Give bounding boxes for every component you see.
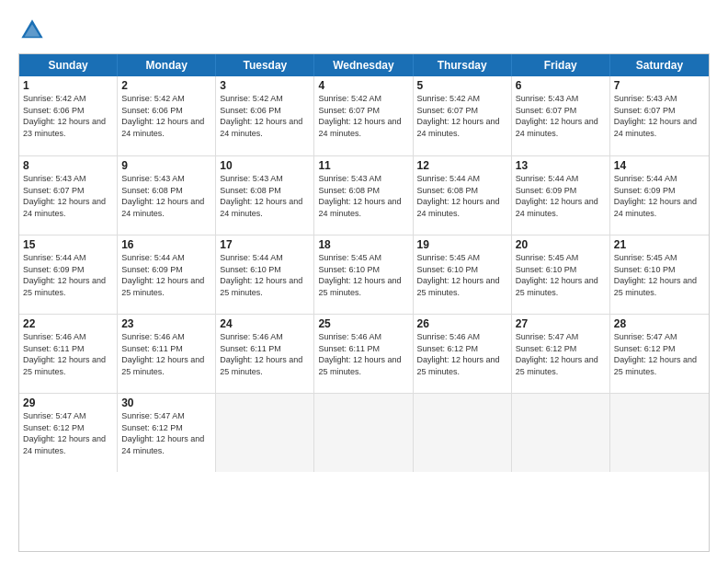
day-number: 12	[417, 159, 507, 172]
day-number: 3	[220, 79, 310, 92]
day-info: Sunrise: 5:45 AMSunset: 6:10 PMDaylight:…	[516, 252, 606, 298]
day-cell-5: 5Sunrise: 5:42 AMSunset: 6:07 PMDaylight…	[414, 76, 512, 155]
day-number: 1	[23, 79, 113, 92]
day-cell-27: 27Sunrise: 5:47 AMSunset: 6:12 PMDayligh…	[512, 315, 610, 393]
day-number: 22	[23, 317, 113, 330]
day-number: 25	[318, 317, 408, 330]
day-number: 13	[516, 159, 606, 172]
page: SundayMondayTuesdayWednesdayThursdayFrid…	[0, 0, 728, 563]
calendar-row-2: 15Sunrise: 5:44 AMSunset: 6:09 PMDayligh…	[19, 235, 709, 314]
calendar-row-1: 8Sunrise: 5:43 AMSunset: 6:07 PMDaylight…	[19, 155, 709, 235]
day-info: Sunrise: 5:42 AMSunset: 6:07 PMDaylight:…	[417, 93, 507, 139]
day-info: Sunrise: 5:45 AMSunset: 6:10 PMDaylight:…	[417, 252, 507, 298]
day-cell-30: 30Sunrise: 5:47 AMSunset: 6:12 PMDayligh…	[118, 394, 216, 472]
header-day-monday: Monday	[118, 54, 216, 76]
day-cell-26: 26Sunrise: 5:46 AMSunset: 6:12 PMDayligh…	[414, 315, 512, 393]
day-number: 23	[121, 317, 211, 330]
header-day-saturday: Saturday	[610, 54, 709, 76]
day-number: 9	[121, 159, 211, 172]
day-number: 8	[23, 159, 113, 172]
day-cell-28: 28Sunrise: 5:47 AMSunset: 6:12 PMDayligh…	[610, 315, 709, 393]
day-info: Sunrise: 5:45 AMSunset: 6:10 PMDaylight:…	[614, 252, 705, 298]
header-day-sunday: Sunday	[19, 54, 118, 76]
day-info: Sunrise: 5:43 AMSunset: 6:07 PMDaylight:…	[23, 173, 113, 219]
calendar-row-4: 29Sunrise: 5:47 AMSunset: 6:12 PMDayligh…	[19, 393, 709, 472]
header-day-tuesday: Tuesday	[216, 54, 314, 76]
day-info: Sunrise: 5:43 AMSunset: 6:07 PMDaylight:…	[614, 93, 705, 139]
day-number: 11	[318, 159, 408, 172]
day-cell-13: 13Sunrise: 5:44 AMSunset: 6:09 PMDayligh…	[512, 156, 610, 235]
calendar-body: 1Sunrise: 5:42 AMSunset: 6:06 PMDaylight…	[19, 76, 709, 551]
logo-icon	[18, 17, 46, 44]
day-info: Sunrise: 5:43 AMSunset: 6:08 PMDaylight:…	[220, 173, 310, 219]
calendar-row-0: 1Sunrise: 5:42 AMSunset: 6:06 PMDaylight…	[19, 76, 709, 155]
day-number: 7	[614, 79, 705, 92]
calendar-row-3: 22Sunrise: 5:46 AMSunset: 6:11 PMDayligh…	[19, 314, 709, 393]
day-cell-19: 19Sunrise: 5:45 AMSunset: 6:10 PMDayligh…	[414, 236, 512, 314]
day-number: 10	[220, 159, 310, 172]
day-info: Sunrise: 5:46 AMSunset: 6:11 PMDaylight:…	[121, 331, 211, 377]
empty-cell	[216, 394, 314, 472]
day-info: Sunrise: 5:44 AMSunset: 6:09 PMDaylight:…	[614, 173, 705, 219]
day-info: Sunrise: 5:43 AMSunset: 6:08 PMDaylight:…	[318, 173, 408, 219]
day-number: 20	[516, 238, 606, 251]
day-cell-3: 3Sunrise: 5:42 AMSunset: 6:06 PMDaylight…	[216, 76, 314, 155]
day-info: Sunrise: 5:43 AMSunset: 6:08 PMDaylight:…	[121, 173, 211, 219]
day-number: 27	[516, 317, 606, 330]
day-number: 24	[220, 317, 310, 330]
day-cell-14: 14Sunrise: 5:44 AMSunset: 6:09 PMDayligh…	[610, 156, 709, 235]
day-cell-11: 11Sunrise: 5:43 AMSunset: 6:08 PMDayligh…	[314, 156, 413, 235]
empty-cell	[414, 394, 512, 472]
day-info: Sunrise: 5:46 AMSunset: 6:11 PMDaylight:…	[23, 331, 113, 377]
day-number: 17	[220, 238, 310, 251]
day-cell-10: 10Sunrise: 5:43 AMSunset: 6:08 PMDayligh…	[216, 156, 314, 235]
day-number: 4	[318, 79, 408, 92]
day-number: 6	[516, 79, 606, 92]
day-cell-16: 16Sunrise: 5:44 AMSunset: 6:09 PMDayligh…	[118, 236, 216, 314]
day-info: Sunrise: 5:44 AMSunset: 6:08 PMDaylight:…	[417, 173, 507, 219]
day-number: 16	[121, 238, 211, 251]
day-info: Sunrise: 5:47 AMSunset: 6:12 PMDaylight:…	[614, 331, 705, 377]
day-cell-23: 23Sunrise: 5:46 AMSunset: 6:11 PMDayligh…	[118, 315, 216, 393]
day-number: 21	[614, 238, 705, 251]
day-info: Sunrise: 5:44 AMSunset: 6:09 PMDaylight:…	[121, 252, 211, 298]
day-cell-25: 25Sunrise: 5:46 AMSunset: 6:11 PMDayligh…	[314, 315, 413, 393]
empty-cell	[314, 394, 413, 472]
day-number: 29	[23, 396, 113, 409]
day-number: 19	[417, 238, 507, 251]
day-info: Sunrise: 5:42 AMSunset: 6:07 PMDaylight:…	[318, 93, 408, 139]
day-info: Sunrise: 5:47 AMSunset: 6:12 PMDaylight:…	[516, 331, 606, 377]
day-info: Sunrise: 5:47 AMSunset: 6:12 PMDaylight:…	[121, 410, 211, 456]
empty-cell	[610, 394, 709, 472]
header-day-thursday: Thursday	[414, 54, 512, 76]
header-day-friday: Friday	[512, 54, 610, 76]
logo	[18, 17, 51, 44]
day-cell-9: 9Sunrise: 5:43 AMSunset: 6:08 PMDaylight…	[118, 156, 216, 235]
day-info: Sunrise: 5:43 AMSunset: 6:07 PMDaylight:…	[516, 93, 606, 139]
day-info: Sunrise: 5:46 AMSunset: 6:12 PMDaylight:…	[417, 331, 507, 377]
day-cell-20: 20Sunrise: 5:45 AMSunset: 6:10 PMDayligh…	[512, 236, 610, 314]
day-cell-18: 18Sunrise: 5:45 AMSunset: 6:10 PMDayligh…	[314, 236, 413, 314]
day-cell-17: 17Sunrise: 5:44 AMSunset: 6:10 PMDayligh…	[216, 236, 314, 314]
day-cell-1: 1Sunrise: 5:42 AMSunset: 6:06 PMDaylight…	[19, 76, 118, 155]
day-info: Sunrise: 5:45 AMSunset: 6:10 PMDaylight:…	[318, 252, 408, 298]
calendar-header: SundayMondayTuesdayWednesdayThursdayFrid…	[19, 54, 709, 76]
day-number: 28	[614, 317, 705, 330]
day-number: 5	[417, 79, 507, 92]
day-info: Sunrise: 5:46 AMSunset: 6:11 PMDaylight:…	[318, 331, 408, 377]
day-cell-24: 24Sunrise: 5:46 AMSunset: 6:11 PMDayligh…	[216, 315, 314, 393]
day-info: Sunrise: 5:47 AMSunset: 6:12 PMDaylight:…	[23, 410, 113, 456]
day-info: Sunrise: 5:42 AMSunset: 6:06 PMDaylight:…	[220, 93, 310, 139]
day-cell-29: 29Sunrise: 5:47 AMSunset: 6:12 PMDayligh…	[19, 394, 118, 472]
empty-cell	[512, 394, 610, 472]
day-number: 14	[614, 159, 705, 172]
day-number: 30	[121, 396, 211, 409]
header-day-wednesday: Wednesday	[314, 54, 413, 76]
day-cell-22: 22Sunrise: 5:46 AMSunset: 6:11 PMDayligh…	[19, 315, 118, 393]
day-cell-7: 7Sunrise: 5:43 AMSunset: 6:07 PMDaylight…	[610, 76, 709, 155]
day-cell-2: 2Sunrise: 5:42 AMSunset: 6:06 PMDaylight…	[118, 76, 216, 155]
day-cell-12: 12Sunrise: 5:44 AMSunset: 6:08 PMDayligh…	[414, 156, 512, 235]
day-info: Sunrise: 5:46 AMSunset: 6:11 PMDaylight:…	[220, 331, 310, 377]
day-cell-21: 21Sunrise: 5:45 AMSunset: 6:10 PMDayligh…	[610, 236, 709, 314]
day-info: Sunrise: 5:42 AMSunset: 6:06 PMDaylight:…	[121, 93, 211, 139]
